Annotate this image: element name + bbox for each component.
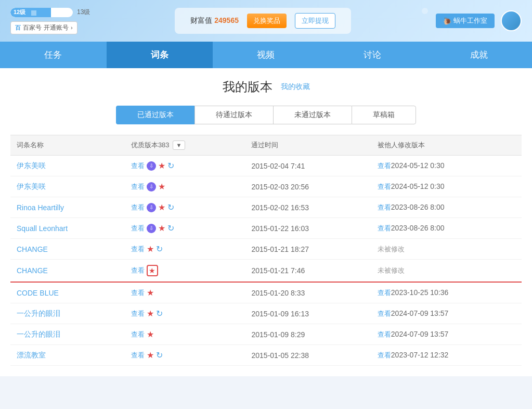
down-circle-icon[interactable]: ⇩ — [147, 182, 156, 191]
table-row: Squall Leonhart查看⇩★↻2015-01-22 16:03查看20… — [10, 218, 522, 239]
star-icon[interactable]: ★ — [147, 329, 154, 339]
actions-cell: 查看★↻ — [131, 244, 239, 254]
star-icon[interactable]: ★ — [158, 182, 165, 191]
modified-view-link[interactable]: 查看 — [378, 162, 391, 170]
col-modified: 被他人修改版本 — [371, 135, 522, 156]
page-title-area: 我的版本 我的收藏 — [10, 79, 522, 95]
modified-date: 2023-10-25 10:36 — [391, 288, 449, 297]
star-icon[interactable]: ★ — [158, 223, 165, 233]
pass-time-cell: 2015-01-21 7:46 — [245, 260, 371, 283]
term-link[interactable]: 伊东美咲 — [17, 161, 46, 170]
view-link[interactable]: 查看 — [131, 266, 145, 275]
refresh-icon[interactable]: ↻ — [167, 223, 174, 233]
open-account-label: 开通账号 — [44, 23, 69, 32]
view-link[interactable]: 查看 — [131, 161, 145, 171]
favorites-link[interactable]: 我的收藏 — [281, 82, 310, 92]
modified-view-link[interactable]: 查看 — [378, 183, 391, 190]
header-right: 🐌 蜗牛工作室 — [436, 10, 522, 31]
view-link[interactable]: 查看 — [131, 224, 145, 233]
star-icon[interactable]: ★ — [158, 202, 165, 212]
modified-cell: 查看2024-05-12 0:30 — [371, 156, 522, 176]
down-circle-icon[interactable]: ⇩ — [147, 203, 156, 212]
tab-passed[interactable]: 已通过版本 — [116, 106, 194, 124]
star-boxed-icon[interactable]: ★ — [147, 265, 158, 276]
col-pass-time: 通过时间 — [245, 135, 371, 156]
refresh-icon[interactable]: ↻ — [167, 161, 174, 171]
modified-view-link[interactable]: 查看 — [378, 224, 391, 232]
versions-table: 词条名称 优质版本383 ▼ 通过时间 被他人修改版本 伊东美咲查看⇩★↻201… — [10, 135, 522, 366]
term-link[interactable]: 伊东美咲 — [17, 182, 46, 190]
refresh-icon[interactable]: ↻ — [156, 309, 163, 318]
view-link[interactable]: 查看 — [131, 245, 145, 254]
actions-cell: 查看★ — [131, 329, 239, 339]
modified-cell: 查看2023-08-26 8:00 — [371, 218, 522, 239]
nav-tabs: 任务 词条 视频 讨论 成就 — [0, 42, 532, 68]
table-row: 伊东美咲查看⇩★2015-02-03 20:56查看2024-05-12 0:3… — [10, 176, 522, 197]
star-icon[interactable]: ★ — [147, 309, 154, 318]
refresh-icon[interactable]: ↻ — [156, 350, 163, 360]
actions-cell: 查看★↻ — [131, 350, 239, 360]
snail-icon: 🐌 — [443, 17, 451, 25]
modified-cell: 查看2023-10-25 10:36 — [371, 282, 522, 303]
view-link[interactable]: 查看 — [131, 351, 145, 360]
workshop-button[interactable]: 🐌 蜗牛工作室 — [436, 14, 495, 28]
view-link[interactable]: 查看 — [131, 330, 145, 339]
level-current: 12级 — [14, 8, 25, 16]
table-row: 漂流教室查看★↻2015-01-05 22:38查看2023-07-12 12:… — [10, 345, 522, 366]
modified-view-link[interactable]: 查看 — [378, 351, 391, 359]
term-link[interactable]: 一公升的眼泪 — [17, 309, 60, 317]
tab-drafts[interactable]: 草稿箱 — [352, 106, 416, 124]
tab-rejected[interactable]: 未通过版本 — [273, 106, 352, 124]
down-circle-icon[interactable]: ⇩ — [147, 224, 156, 233]
term-link[interactable]: 漂流教室 — [17, 351, 46, 359]
term-link[interactable]: Rinoa Heartilly — [17, 203, 64, 212]
term-link[interactable]: CODE BLUE — [17, 289, 59, 297]
tab-videos[interactable]: 视频 — [213, 42, 319, 68]
term-link[interactable]: Squall Leonhart — [17, 224, 68, 233]
view-link[interactable]: 查看 — [131, 288, 145, 298]
modified-date: 2024-05-12 0:30 — [391, 161, 445, 170]
view-link[interactable]: 查看 — [131, 182, 145, 191]
level-bar: 12级 13级 — [10, 8, 90, 17]
wealth-value: 249565 — [214, 16, 239, 24]
tab-terms[interactable]: 词条 — [107, 42, 213, 68]
star-icon[interactable]: ★ — [147, 350, 154, 360]
quality-version-dropdown[interactable]: 优质版本383 ▼ — [131, 140, 239, 150]
table-row: Rinoa Heartilly查看⇩★↻2015-02-02 16:53查看20… — [10, 197, 522, 218]
term-link[interactable]: CHANGE — [17, 245, 48, 253]
modified-cell: 查看2023-08-26 8:00 — [371, 197, 522, 218]
tab-discussions[interactable]: 讨论 — [319, 42, 426, 68]
tab-tasks[interactable]: 任务 — [0, 42, 107, 68]
tab-pending[interactable]: 待通过版本 — [194, 106, 273, 124]
page-title: 我的版本 — [223, 79, 273, 95]
exchange-button[interactable]: 兑换奖品 — [247, 14, 287, 28]
modified-view-link[interactable]: 查看 — [378, 203, 391, 211]
star-icon[interactable]: ★ — [147, 288, 154, 298]
table-row: CHANGE查看★↻2015-01-21 18:27未被修改 — [10, 239, 522, 260]
withdraw-button[interactable]: 立即提现 — [295, 13, 335, 29]
down-circle-icon[interactable]: ⇩ — [147, 161, 156, 171]
tab-achievements[interactable]: 成就 — [425, 42, 532, 68]
modified-cell: 查看2023-07-12 12:32 — [371, 345, 522, 366]
view-link[interactable]: 查看 — [131, 309, 145, 318]
term-link[interactable]: CHANGE — [17, 266, 48, 275]
star-icon[interactable]: ★ — [158, 161, 165, 171]
version-tabs: 已通过版本 待通过版本 未通过版本 草稿箱 — [10, 106, 522, 124]
view-link[interactable]: 查看 — [131, 203, 145, 212]
pass-time-cell: 2015-01-20 8:33 — [245, 282, 371, 303]
modified-date: 2023-08-26 8:00 — [391, 224, 445, 232]
col-term-name: 词条名称 — [10, 135, 125, 156]
modified-view-link[interactable]: 查看 — [378, 330, 391, 338]
modified-view-link[interactable]: 查看 — [378, 310, 391, 317]
actions-cell: 查看⇩★ — [131, 182, 239, 191]
refresh-icon[interactable]: ↻ — [156, 244, 163, 254]
refresh-icon[interactable]: ↻ — [167, 202, 174, 212]
term-link[interactable]: 一公升的眼泪 — [17, 330, 60, 338]
dropdown-arrow-icon[interactable]: ▼ — [173, 140, 186, 150]
col-quality-version: 优质版本383 ▼ — [125, 135, 245, 156]
level-next: 13级 — [77, 8, 90, 17]
pass-time-cell: 2015-01-09 8:29 — [245, 324, 371, 345]
star-icon[interactable]: ★ — [147, 244, 154, 254]
modified-view-link[interactable]: 查看 — [378, 289, 391, 297]
baijia-button[interactable]: 百 百家号 开通账号 › — [10, 21, 77, 34]
